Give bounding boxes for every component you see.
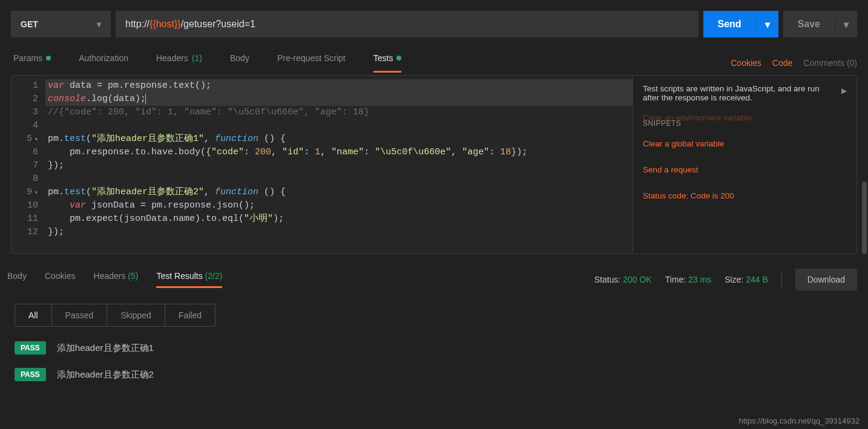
url-variable: {{host}} (150, 19, 181, 30)
snippets-info-text: Test scripts are written in JavaScript, … (643, 84, 835, 102)
result-filter-group: All Passed Skipped Failed (15, 304, 215, 327)
tab-authorization[interactable]: Authorization (79, 53, 128, 73)
divider (781, 271, 782, 288)
code-body[interactable]: var data = pm.response.text(); console.l… (45, 76, 633, 254)
response-size: Size: 244 B (725, 275, 768, 284)
save-label: Save (783, 11, 835, 38)
url-input[interactable]: http://{{host}}/getuser?useid=1 (116, 11, 699, 38)
line-gutter: 1 2 3 4 5 6 7 8 9 10 11 12 (12, 76, 45, 254)
send-label: Send (703, 11, 756, 38)
download-button[interactable]: Download (795, 269, 857, 290)
snippet-clear-global[interactable]: Clear a global variable (643, 139, 847, 148)
status-badge: PASS (15, 341, 46, 355)
status-badge: PASS (15, 368, 46, 381)
filter-skipped[interactable]: Skipped (107, 304, 165, 326)
response-tab-testresults[interactable]: Test Results (2/2) (156, 271, 222, 288)
http-method-value: GET (21, 19, 38, 29)
response-time: Time: 23 ms (665, 275, 712, 284)
tab-headers[interactable]: Headers (1) (156, 53, 202, 73)
test-result-row: PASS 添加header且参数正确1 (15, 341, 853, 355)
tab-tests[interactable]: Tests (373, 53, 402, 73)
code-editor[interactable]: 1 2 3 4 5 6 7 8 9 10 11 12 var data = pm… (12, 76, 633, 254)
save-dropdown[interactable]: ▾ (835, 19, 857, 30)
url-suffix: /getuser?useid=1 (181, 19, 255, 30)
response-status: Status: 200 OK (594, 275, 652, 284)
response-tab-body[interactable]: Body (7, 271, 27, 288)
snippet-item-cut[interactable]: Clear an environment variable (643, 113, 847, 122)
cookies-link[interactable]: Cookies (731, 58, 761, 68)
chevron-down-icon: ▾ (97, 19, 101, 29)
code-link[interactable]: Code (772, 58, 792, 68)
response-tab-cookies[interactable]: Cookies (45, 271, 76, 288)
test-results-list: PASS 添加header且参数正确1 PASS 添加header且参数正确2 (0, 338, 868, 385)
tab-body[interactable]: Body (230, 53, 249, 73)
filter-passed[interactable]: Passed (52, 304, 108, 326)
snippet-status-200[interactable]: Status code: Code is 200 (643, 191, 847, 200)
response-tab-headers[interactable]: Headers (5) (94, 271, 139, 288)
send-dropdown[interactable]: ▾ (756, 19, 778, 30)
send-button[interactable]: Send ▾ (703, 11, 778, 38)
test-result-row: PASS 添加header且参数正确2 (15, 368, 853, 381)
watermark-text: https://blog.csdn.net/qq_39314932 (739, 416, 860, 425)
comments-link[interactable]: Comments (0) (803, 58, 857, 68)
http-method-select[interactable]: GET ▾ (11, 11, 111, 38)
save-button[interactable]: Save ▾ (783, 11, 857, 38)
tab-prerequest[interactable]: Pre-request Script (277, 53, 346, 73)
dot-icon (396, 56, 401, 61)
url-prefix: http:// (125, 19, 150, 30)
snippets-panel: Test scripts are written in JavaScript, … (633, 76, 856, 254)
chevron-right-icon[interactable]: ▶ (841, 87, 847, 95)
scrollbar[interactable] (862, 182, 867, 254)
tab-params[interactable]: Params (13, 53, 51, 73)
dot-icon (46, 56, 51, 61)
filter-all[interactable]: All (15, 304, 52, 326)
filter-failed[interactable]: Failed (165, 304, 215, 326)
snippet-send-request[interactable]: Send a request (643, 165, 847, 174)
test-name: 添加header且参数正确1 (57, 342, 154, 354)
test-name: 添加header且参数正确2 (57, 369, 154, 381)
